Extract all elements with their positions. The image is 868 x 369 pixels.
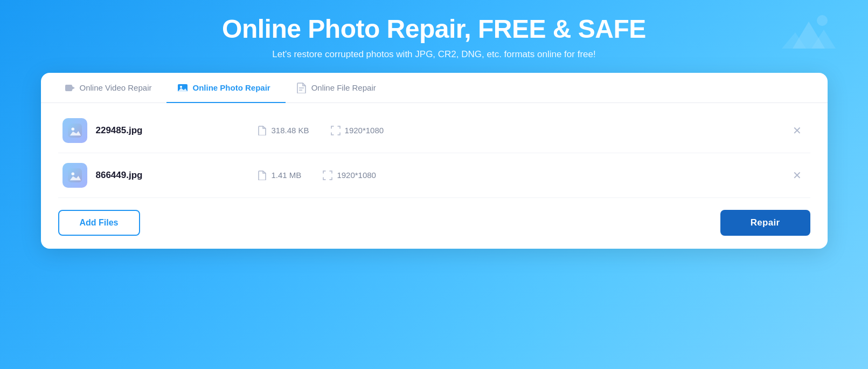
file-meta-2: 1.41 MB 1920*1080 <box>258 170 788 180</box>
header-section: Online Photo Repair, FREE & SAFE Let's r… <box>222 0 646 73</box>
repair-button[interactable]: Repair <box>720 210 810 236</box>
svg-rect-4 <box>65 85 72 91</box>
tab-photo-label: Online Photo Repair <box>192 83 270 92</box>
add-files-button[interactable]: Add Files <box>58 210 140 236</box>
remove-file-2-button[interactable]: ✕ <box>788 167 806 184</box>
svg-marker-5 <box>72 86 75 90</box>
card-footer: Add Files Repair <box>41 198 828 236</box>
file-meta-1: 318.48 KB 1920*1080 <box>258 126 788 135</box>
photo-icon <box>177 83 188 93</box>
file-name-2: 866449.jpg <box>96 170 214 181</box>
expand-icon-1 <box>331 126 341 135</box>
file-size-value-1: 318.48 KB <box>272 126 309 135</box>
file-doc-icon-2 <box>258 170 267 180</box>
file-list: 229485.jpg 318.48 KB <box>41 108 828 198</box>
expand-icon-2 <box>323 170 332 180</box>
svg-point-2 <box>817 15 828 26</box>
file-size-2: 1.41 MB <box>258 170 302 180</box>
remove-file-1-button[interactable]: ✕ <box>788 122 806 139</box>
tab-file-repair[interactable]: Online File Repair <box>286 73 391 103</box>
tab-file-label: Online File Repair <box>311 83 376 92</box>
video-icon <box>65 83 75 93</box>
main-title: Online Photo Repair, FREE & SAFE <box>222 15 646 44</box>
subtitle: Let's restore corrupted photos with JPG,… <box>222 49 646 60</box>
file-dimensions-1: 1920*1080 <box>331 126 384 135</box>
tab-video-repair[interactable]: Online Video Repair <box>54 73 167 103</box>
tab-photo-repair[interactable]: Online Photo Repair <box>166 73 285 103</box>
file-doc-icon-1 <box>258 126 267 135</box>
file-thumbnail-1 <box>63 118 87 143</box>
table-row: 229485.jpg 318.48 KB <box>58 108 810 153</box>
svg-point-15 <box>71 172 74 175</box>
main-card: Online Video Repair Online Photo Repair <box>41 73 828 249</box>
file-dimensions-2: 1920*1080 <box>323 170 376 180</box>
file-size-1: 318.48 KB <box>258 126 309 135</box>
table-row: 866449.jpg 1.41 MB <box>58 153 810 198</box>
file-dimensions-value-1: 1920*1080 <box>345 126 384 135</box>
svg-point-7 <box>180 86 182 88</box>
file-icon <box>296 83 307 93</box>
deco-landscape-icon <box>782 11 836 56</box>
tab-video-label: Online Video Repair <box>80 83 152 92</box>
file-dimensions-value-2: 1920*1080 <box>337 170 376 180</box>
tab-bar: Online Video Repair Online Photo Repair <box>41 73 828 103</box>
file-name-1: 229485.jpg <box>96 125 214 136</box>
file-thumbnail-2 <box>63 163 87 188</box>
file-size-value-2: 1.41 MB <box>272 170 302 180</box>
svg-point-12 <box>71 127 74 131</box>
